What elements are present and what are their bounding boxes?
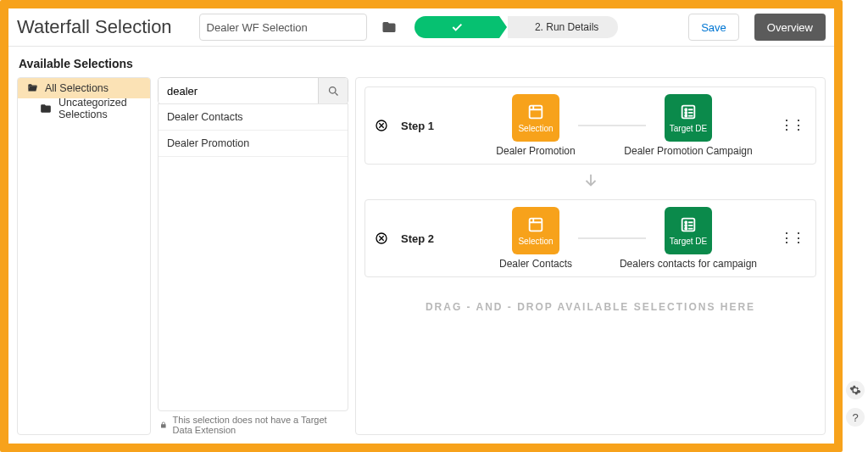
svg-point-0 (329, 86, 336, 93)
gear-icon (849, 384, 861, 396)
page-title: Waterfall Selection (17, 16, 172, 38)
folder-tree: All Selections Uncategorized Selections (17, 77, 151, 435)
footer-hint: This selection does not have a Target Da… (158, 411, 348, 435)
tree-label: All Selections (45, 82, 108, 94)
tile-caption: Target DE (670, 237, 707, 246)
step-card: Step 2 Selection Dealer Contacts (364, 199, 816, 277)
svg-point-12 (685, 227, 687, 229)
tile-caption: Selection (518, 237, 553, 246)
step-card: Step 1 Selection Dealer Promotion (364, 86, 816, 165)
tree-uncategorized[interactable]: Uncategorized Selections (18, 98, 150, 119)
help-button[interactable]: ? (846, 408, 865, 427)
section-title: Available Selections (19, 57, 826, 70)
check-icon (450, 20, 464, 34)
target-node[interactable]: Target DE Dealer Promotion Campaign (612, 94, 765, 157)
folder-open-icon (26, 82, 38, 94)
svg-point-4 (685, 109, 687, 110)
wizard-step-2[interactable]: 2. Run Details (508, 16, 618, 38)
tree-label: Uncategorized Selections (58, 97, 142, 120)
lock-icon (159, 420, 168, 430)
svg-point-5 (685, 112, 687, 114)
search-input[interactable] (159, 78, 318, 103)
selection-list: Dealer Contacts Dealer Promotion (158, 103, 348, 411)
folder-icon[interactable] (381, 19, 398, 36)
list-item[interactable]: Dealer Promotion (159, 131, 348, 157)
node-label: Dealer Promotion Campaign (624, 145, 752, 157)
search-button[interactable] (318, 78, 348, 103)
tree-all-selections[interactable]: All Selections (18, 78, 150, 98)
remove-step-button[interactable] (374, 118, 389, 133)
svg-point-10 (685, 221, 687, 223)
wizard-stepper: 2. Run Details (415, 16, 618, 38)
node-label: Dealer Promotion (496, 145, 575, 157)
overview-button[interactable]: Overview (754, 14, 826, 41)
target-de-icon (679, 103, 698, 121)
help-icon: ? (852, 411, 858, 424)
wizard-step-1-complete[interactable] (415, 16, 499, 38)
remove-step-button[interactable] (374, 231, 389, 246)
target-node[interactable]: Target DE Dealers contacts for campaign (612, 207, 765, 270)
search-field (158, 77, 348, 104)
settings-button[interactable] (846, 381, 865, 399)
folder-icon (40, 103, 52, 114)
drag-handle-icon[interactable]: ⋮⋮ (776, 122, 807, 129)
header: Waterfall Selection Dealer WF Selection … (8, 8, 834, 47)
step-label: Step 2 (401, 232, 448, 245)
selection-name-input[interactable]: Dealer WF Selection (199, 14, 367, 41)
selection-icon (526, 215, 545, 234)
drop-zone-hint[interactable]: DRAG - AND - DROP AVAILABLE SELECTIONS H… (364, 301, 816, 313)
target-de-icon (679, 215, 698, 234)
arrow-down-icon (581, 171, 600, 193)
search-icon (327, 85, 340, 98)
close-circle-icon (375, 232, 388, 245)
selection-icon (526, 103, 545, 121)
svg-rect-2 (530, 106, 542, 119)
save-button[interactable]: Save (688, 14, 739, 41)
tile-caption: Selection (518, 124, 553, 133)
drag-handle-icon[interactable]: ⋮⋮ (776, 235, 807, 242)
svg-rect-8 (530, 219, 542, 232)
node-label: Dealer Contacts (499, 258, 572, 270)
steps-canvas: Step 1 Selection Dealer Promotion (355, 77, 826, 435)
close-circle-icon (375, 119, 388, 132)
svg-point-11 (685, 225, 687, 226)
svg-point-6 (685, 114, 687, 116)
tile-caption: Target DE (670, 124, 707, 133)
step-label: Step 1 (401, 120, 448, 132)
list-item[interactable]: Dealer Contacts (159, 104, 348, 131)
node-label: Dealers contacts for campaign (620, 258, 757, 270)
